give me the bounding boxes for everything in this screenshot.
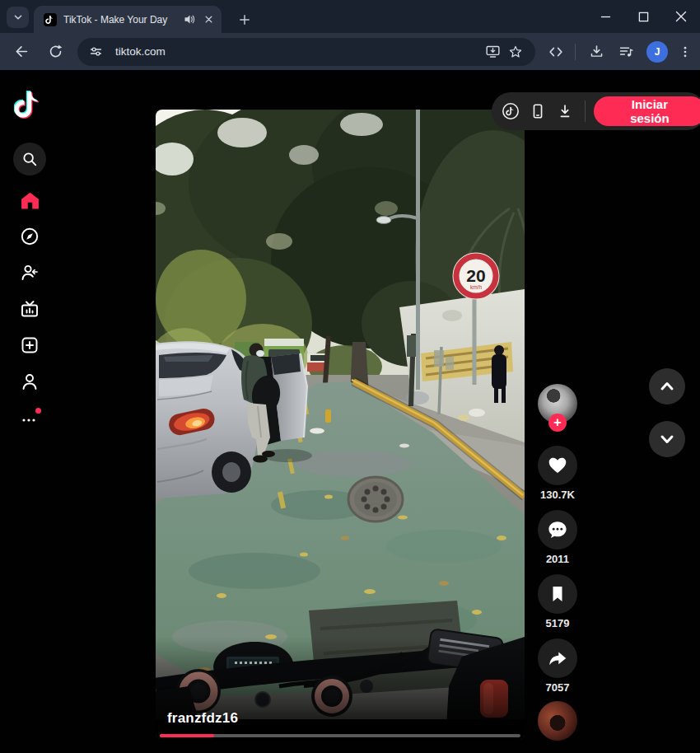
- previous-video-button[interactable]: [649, 368, 685, 405]
- tab-audio-icon[interactable]: [184, 13, 196, 26]
- comment-button[interactable]: [538, 510, 577, 550]
- video-frame-street-scene: 20 km/h: [156, 110, 525, 740]
- video-progress-fill: [160, 734, 214, 737]
- favorite-button[interactable]: [538, 574, 577, 614]
- like-button[interactable]: [538, 446, 577, 485]
- comment-count: 2011: [546, 553, 569, 565]
- person-icon: [20, 372, 40, 391]
- tab-title: TikTok - Make Your Day: [63, 14, 177, 26]
- favorite-group: 5179: [525, 574, 590, 629]
- next-video-button[interactable]: [649, 421, 685, 457]
- browser-profile-avatar[interactable]: J: [643, 38, 671, 66]
- chevron-down-icon: [656, 428, 678, 450]
- favorite-count: 5179: [546, 617, 570, 629]
- sound-disc-avatar[interactable]: [538, 701, 577, 741]
- plus-square-icon: [20, 335, 40, 355]
- sidebar-explore-button[interactable]: [0, 218, 59, 255]
- sound-group: [525, 701, 590, 741]
- comment-icon: [547, 519, 568, 540]
- share-button[interactable]: [538, 638, 577, 678]
- tab-search-button[interactable]: [7, 7, 29, 28]
- new-tab-button[interactable]: [233, 8, 256, 31]
- bookmark-star-icon[interactable]: [504, 40, 527, 63]
- share-count: 7057: [546, 681, 570, 694]
- compass-icon: [20, 227, 40, 246]
- creator-avatar-group[interactable]: +: [525, 384, 590, 432]
- sidebar: [0, 70, 59, 753]
- get-coins-icon[interactable]: [500, 100, 522, 123]
- browser-tab[interactable]: TikTok - Make Your Day: [34, 6, 222, 33]
- search-icon: [21, 151, 38, 167]
- notification-dot: [35, 408, 41, 414]
- comment-group: 2011: [525, 510, 590, 565]
- site-settings-icon[interactable]: [84, 40, 107, 63]
- video-player[interactable]: 20 km/h: [156, 110, 525, 740]
- window-minimize-button[interactable]: [586, 0, 624, 33]
- browser-toolbar: tiktok.com J: [0, 33, 700, 70]
- speed-limit-value: 20: [466, 266, 485, 285]
- video-username[interactable]: franzfdz16: [167, 710, 238, 727]
- chevron-up-icon: [656, 376, 678, 397]
- downloads-button[interactable]: [582, 38, 610, 66]
- heart-icon: [547, 455, 568, 476]
- video-progress-bar[interactable]: [160, 734, 520, 737]
- toolbar-separator: [575, 44, 576, 60]
- sidebar-upload-button[interactable]: [0, 327, 59, 363]
- sidebar-search-button[interactable]: [0, 136, 59, 182]
- login-button[interactable]: Iniciar sesión: [594, 96, 700, 126]
- user-following-icon: [20, 263, 40, 283]
- speed-limit-units: km/h: [470, 284, 482, 290]
- browser-titlebar: TikTok - Make Your Day: [0, 0, 700, 33]
- sidebar-home-button[interactable]: [0, 182, 59, 218]
- address-bar[interactable]: tiktok.com: [77, 38, 535, 66]
- like-group: 130.7K: [525, 446, 590, 501]
- tiktok-page: 20 km/h: [0, 70, 700, 753]
- install-app-icon[interactable]: [481, 40, 504, 63]
- sidebar-profile-button[interactable]: [0, 363, 59, 400]
- share-group: 7057: [525, 638, 590, 694]
- reload-button[interactable]: [41, 38, 69, 66]
- window-controls: [586, 0, 700, 33]
- window-maximize-button[interactable]: [624, 0, 662, 33]
- sidebar-following-button[interactable]: [0, 255, 59, 291]
- tiktok-favicon: [44, 13, 57, 26]
- chevron-down-icon: [12, 11, 25, 24]
- action-rail: + 130.7K 2011: [525, 70, 590, 753]
- sidebar-live-button[interactable]: [0, 291, 59, 327]
- media-playlist-button[interactable]: [612, 38, 640, 66]
- like-count: 130.7K: [540, 489, 575, 501]
- back-button[interactable]: [7, 38, 35, 66]
- bookmark-icon: [548, 584, 567, 604]
- window-close-button[interactable]: [662, 0, 700, 33]
- follow-plus-button[interactable]: +: [548, 414, 567, 432]
- extension-code-icon[interactable]: [542, 38, 570, 66]
- browser-menu-button[interactable]: [671, 38, 699, 66]
- home-icon: [20, 190, 40, 211]
- share-arrow-icon: [547, 648, 568, 669]
- tab-close-icon[interactable]: [203, 13, 215, 26]
- tiktok-logo[interactable]: [0, 73, 59, 136]
- live-tv-icon: [20, 299, 40, 319]
- url-text[interactable]: tiktok.com: [115, 45, 481, 58]
- header-actions: Iniciar sesión: [492, 92, 700, 130]
- sidebar-more-button[interactable]: [0, 400, 59, 433]
